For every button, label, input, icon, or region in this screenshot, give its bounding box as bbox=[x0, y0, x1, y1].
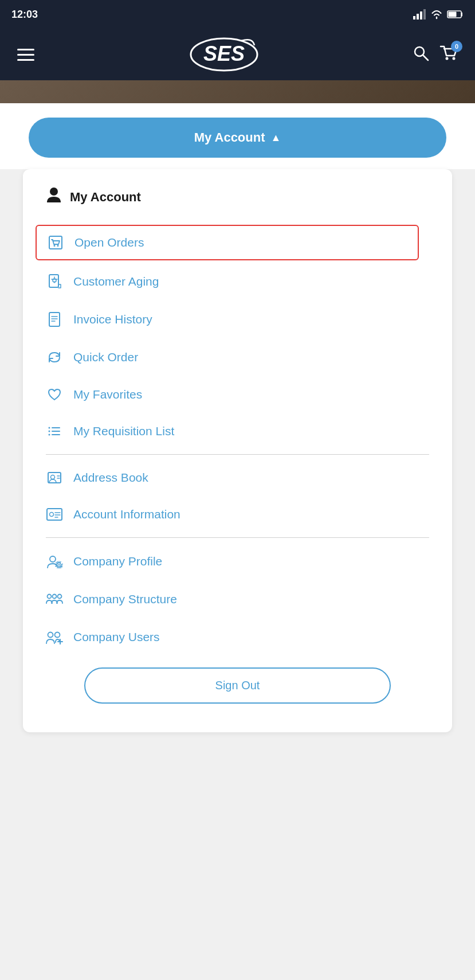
svg-rect-2 bbox=[420, 11, 422, 19]
people-plus-icon bbox=[46, 630, 63, 645]
invoice-history-label: Invoice History bbox=[73, 313, 152, 326]
cart-badge: 0 bbox=[451, 41, 462, 52]
company-users-label: Company Users bbox=[73, 630, 160, 644]
my-account-btn-wrap: My Account ▲ bbox=[0, 103, 475, 169]
status-time: 12:03 bbox=[11, 9, 38, 21]
my-requisition-list-label: My Requisition List bbox=[73, 424, 174, 438]
svg-point-19 bbox=[49, 427, 50, 429]
signal-icon bbox=[413, 9, 426, 19]
account-information-label: Account Information bbox=[73, 507, 180, 521]
svg-point-15 bbox=[57, 245, 59, 247]
ses-logo: SES bbox=[187, 36, 261, 73]
company-profile-label: Company Profile bbox=[73, 555, 162, 568]
open-orders-label: Open Orders bbox=[74, 236, 144, 249]
svg-point-23 bbox=[51, 475, 55, 479]
account-heading-text: My Account bbox=[70, 190, 141, 205]
svg-point-28 bbox=[58, 564, 60, 566]
sign-out-button[interactable]: Sign Out bbox=[84, 667, 391, 704]
account-heading: My Account bbox=[46, 186, 429, 213]
svg-point-21 bbox=[49, 434, 50, 436]
wifi-icon bbox=[430, 9, 443, 19]
svg-point-29 bbox=[48, 595, 52, 599]
id-card-icon bbox=[46, 507, 63, 521]
logo[interactable]: SES bbox=[187, 36, 261, 73]
svg-point-25 bbox=[50, 513, 54, 517]
menu-item-company-users[interactable]: Company Users bbox=[46, 618, 429, 656]
svg-point-30 bbox=[53, 595, 57, 599]
menu-item-account-information[interactable]: Account Information bbox=[46, 496, 429, 533]
chevron-up-icon: ▲ bbox=[271, 132, 281, 144]
svg-point-32 bbox=[48, 632, 53, 638]
document-dollar-icon bbox=[46, 274, 63, 289]
person-card-icon bbox=[46, 471, 63, 485]
my-account-btn-label: My Account bbox=[194, 130, 265, 145]
svg-point-31 bbox=[58, 595, 62, 599]
battery-icon bbox=[447, 10, 464, 18]
cart-order-icon bbox=[47, 235, 64, 250]
menu-item-my-requisition-list[interactable]: My Requisition List bbox=[46, 413, 429, 450]
svg-point-14 bbox=[54, 245, 56, 247]
list-lines-icon bbox=[46, 424, 63, 438]
svg-rect-1 bbox=[417, 14, 419, 19]
divider-1 bbox=[46, 454, 429, 455]
company-structure-label: Company Structure bbox=[73, 592, 177, 606]
status-icons bbox=[413, 9, 464, 19]
menu-item-my-favorites[interactable]: My Favorites bbox=[46, 376, 429, 413]
hamburger-menu[interactable] bbox=[17, 49, 34, 61]
svg-point-11 bbox=[453, 57, 456, 60]
svg-rect-18 bbox=[49, 313, 60, 326]
hero-strip bbox=[0, 80, 475, 103]
person-gear-icon bbox=[46, 554, 63, 569]
svg-point-26 bbox=[50, 556, 56, 562]
menu-card: My Account Open Orders Customer Aging bbox=[23, 169, 452, 732]
menu-item-customer-aging[interactable]: Customer Aging bbox=[46, 263, 429, 300]
menu-item-open-orders[interactable]: Open Orders bbox=[36, 225, 419, 260]
search-icon bbox=[413, 45, 429, 61]
svg-rect-0 bbox=[413, 16, 415, 19]
svg-line-9 bbox=[423, 55, 428, 60]
heart-icon bbox=[46, 388, 63, 401]
menu-item-address-book[interactable]: Address Book bbox=[46, 459, 429, 496]
list-document-icon bbox=[46, 312, 63, 327]
menu-item-company-structure[interactable]: Company Structure bbox=[46, 580, 429, 618]
svg-point-10 bbox=[446, 57, 449, 60]
address-book-label: Address Book bbox=[73, 471, 148, 485]
my-favorites-label: My Favorites bbox=[73, 388, 142, 401]
svg-text:SES: SES bbox=[203, 42, 244, 65]
person-icon bbox=[46, 186, 62, 208]
svg-rect-5 bbox=[449, 12, 457, 17]
svg-rect-16 bbox=[49, 275, 58, 287]
divider-2 bbox=[46, 537, 429, 538]
header: SES 0 bbox=[0, 29, 475, 80]
cart-button[interactable]: 0 bbox=[439, 45, 458, 64]
status-bar: 12:03 bbox=[0, 0, 475, 29]
people-grid-icon bbox=[46, 592, 63, 607]
svg-rect-13 bbox=[49, 236, 62, 249]
menu-item-invoice-history[interactable]: Invoice History bbox=[46, 300, 429, 338]
sign-out-wrap: Sign Out bbox=[46, 656, 429, 709]
menu-item-quick-order[interactable]: Quick Order bbox=[46, 338, 429, 376]
my-account-button[interactable]: My Account ▲ bbox=[29, 118, 446, 158]
svg-point-12 bbox=[50, 188, 58, 196]
quick-order-label: Quick Order bbox=[73, 350, 138, 364]
svg-rect-3 bbox=[423, 9, 426, 19]
search-button[interactable] bbox=[413, 45, 429, 64]
svg-point-33 bbox=[55, 632, 60, 638]
refresh-icon bbox=[46, 350, 63, 365]
header-actions: 0 bbox=[413, 45, 458, 64]
menu-item-company-profile[interactable]: Company Profile bbox=[46, 542, 429, 580]
customer-aging-label: Customer Aging bbox=[73, 275, 159, 288]
svg-point-20 bbox=[49, 431, 50, 432]
